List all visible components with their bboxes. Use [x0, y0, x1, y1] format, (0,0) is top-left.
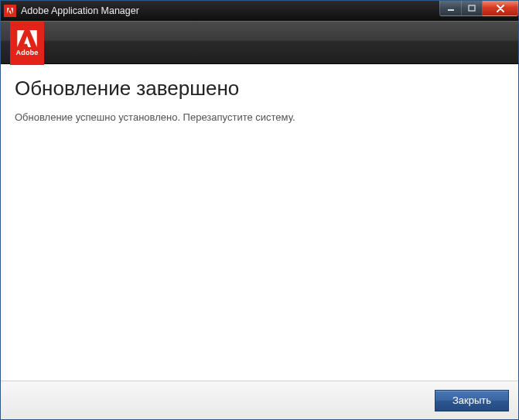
window-controls	[439, 1, 518, 16]
status-message: Обновление успешно установлено. Перезапу…	[15, 111, 504, 123]
content-area: Обновление завершено Обновление успешно …	[1, 64, 518, 381]
minimize-button[interactable]	[439, 1, 461, 16]
window-title: Adobe Application Manager	[21, 5, 139, 16]
titlebar[interactable]: Adobe Application Manager	[1, 1, 518, 21]
svg-rect-0	[448, 9, 454, 11]
close-button[interactable]: Закрыть	[435, 390, 509, 411]
application-window: Adobe Application Manager Adobe Обновлен…	[0, 0, 519, 420]
adobe-logo-icon	[17, 30, 37, 47]
minimize-icon	[447, 5, 455, 12]
svg-rect-1	[469, 5, 475, 11]
close-icon	[496, 5, 505, 12]
adobe-app-icon	[4, 5, 16, 17]
page-heading: Обновление завершено	[15, 77, 504, 101]
close-window-button[interactable]	[483, 1, 518, 16]
adobe-badge: Adobe	[10, 22, 44, 65]
maximize-icon	[468, 5, 476, 12]
adobe-wordmark: Adobe	[16, 49, 39, 56]
header-banner: Adobe	[1, 21, 518, 64]
maximize-button[interactable]	[461, 1, 483, 16]
footer-bar: Закрыть	[1, 381, 518, 419]
